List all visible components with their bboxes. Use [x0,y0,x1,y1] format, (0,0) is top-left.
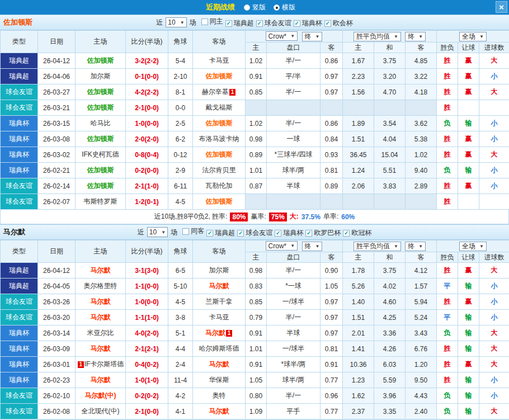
scope-dropdown-cell: 全场▼ [437,31,509,43]
filter-checkbox[interactable]: ✓瑞典超 [206,228,235,238]
scope-select[interactable]: 全场▼ [459,32,487,41]
away-odds: 1.05 [321,279,343,294]
away-odds: 0.86 [321,53,343,69]
let-rate-badge: 75% [269,213,287,221]
match-row: 瑞典杯26-03-02IFK史柯瓦德0-8(0-4)0-12佐加顿斯0.89*三… [1,147,509,163]
avg-away: 6.76 [406,341,437,357]
radio-vertical-label: 竖版 [252,3,266,12]
col-corner: 角球 [168,31,193,53]
filter-checkbox[interactable]: ✓欧罗巴杯 [305,228,341,238]
home-team: 马尔默(中) [76,388,126,404]
team-label: 瓦勒伦加 [206,182,233,190]
odds-company-select[interactable]: Crow*▼ [266,31,298,41]
goals-result [479,100,509,116]
filter-checkbox-label: 球会友谊 [265,18,291,28]
filter-checkbox[interactable]: 同客 [182,226,204,236]
radio-horizontal-layout[interactable]: 横版 [274,3,295,12]
match-date: 26-03-26 [38,294,76,310]
titlebar: 近期战绩 竖版 横版 × [0,0,509,15]
team-label: 哈尔姆斯塔德 [199,345,239,352]
col-handicap: 盘口 [267,43,321,53]
away-team: 布洛马波卡纳 [193,131,246,147]
match-date: 26-03-20 [38,310,76,325]
filter-checkbox[interactable]: ✓球会友谊 [256,18,291,28]
col-handicap: 盘口 [267,252,321,263]
avg-state-select[interactable]: 终▼ [405,242,426,251]
filter-checkbox[interactable]: ✓瑞典超 [225,18,254,28]
avg-home: 2.37 [343,404,374,419]
avg-away: 5.94 [406,294,437,310]
score: 0-2(0-2) [126,388,168,404]
col-avg-draw: 和 [374,252,406,263]
result-badge: 胜 [437,69,458,84]
team-name: 佐加顿斯 [3,17,32,27]
team-label: 马尔默 [209,282,229,290]
filter-checkbox[interactable]: ✓欧冠杯 [343,228,371,238]
close-button[interactable]: × [496,1,507,13]
radio-vertical-layout[interactable]: 竖版 [244,3,266,12]
col-avg-home: 主 [343,252,374,263]
avg-away: 2.40 [406,404,437,419]
avg-home: 5.26 [343,279,374,294]
corner-count: 6-2 [168,131,193,147]
score: 2-1(2-1) [126,341,168,357]
filter-checkbox[interactable]: ✓瑞典杯 [294,18,322,28]
match-row: 球会友谊26-03-21佐加顿斯2-1(0-0)0-0戴戈福斯胜 [1,100,509,116]
home-team: 佐加顿斯 [76,84,126,100]
avg-home: 1.23 [343,372,374,388]
goals-result [479,194,509,210]
team-label: 佐加顿斯 [206,72,233,80]
score: 2-1(0-0) [126,100,168,116]
home-odds: 1.02 [246,116,267,131]
team-label: 米亚尔比 [87,329,114,337]
match-row: 瑞典杯26-03-15哈马比1-0(0-0)2-5佐加顿斯1.02半/一0.86… [1,116,509,131]
match-row: 瑞典杯26-03-011IF卡尔斯塔德0-4(0-2)2-4马尔默0.91*球半… [1,357,509,372]
filter-checkbox[interactable]: ✓欧会杯 [324,18,353,28]
corner-count: 6-11 [168,178,193,194]
handicap-result: 输 [458,116,479,131]
away-team: 马尔默1 [193,325,246,341]
filter-checkbox[interactable]: ✓瑞典杯 [275,228,303,238]
corner-count: 11-4 [168,372,193,388]
result-badge: 胜 [437,357,458,372]
checkbox-unchecked-icon [201,18,208,25]
home-odds: 0.85 [246,294,267,310]
away-odds: 0.93 [321,147,343,163]
match-count-select[interactable]: 10 ▼ [147,227,168,237]
match-count-select[interactable]: 10 ▼ [166,17,186,27]
odds-state-select[interactable]: 终▼ [302,242,323,251]
scope-select[interactable]: 全场▼ [459,242,487,251]
team-label: 马尔默 [91,376,111,384]
result-badge: 胜 [437,194,458,210]
result-badge: 胜 [437,53,458,69]
avg-draw: 3.75 [374,53,406,69]
league-badge: 瑞典杯 [1,325,38,341]
odds-company-select[interactable]: Crow*▼ [266,241,298,251]
home-team: 佐加顿斯 [76,178,126,194]
avg-draw: 4.04 [374,131,406,147]
corner-count: 0-0 [168,100,193,116]
avg-draw: 4.25 [374,310,406,325]
avg-state-select[interactable]: 终▼ [405,32,426,41]
home-odds: 0.89 [246,147,267,163]
filter-checkbox[interactable]: 同主 [201,17,223,26]
home-odds: 1.09 [246,404,267,419]
col-avg-away: 客 [406,43,437,53]
result-badge: 胜 [437,263,458,279]
avg-draw: 15.04 [374,147,406,163]
recent-record-panel: 近期战绩 竖版 横版 × 佐加顿斯 近 10 ▼ 场 同主✓瑞典超✓球会友谊✓瑞… [0,0,509,420]
match-row: 球会友谊26-02-14佐加顿斯2-1(1-0)6-11瓦勒伦加0.87半球0.… [1,178,509,194]
corner-count: 2-4 [168,357,193,372]
avg-type-select[interactable]: 胜平负均值▼ [354,32,401,41]
big-rate-label: 大: [290,212,299,221]
away-odds: 0.84 [321,131,343,147]
league-badge: 瑞典杯 [1,116,38,131]
handicap: 球半/两 [267,372,321,388]
goals-result: 大 [479,341,509,357]
avg-type-select[interactable]: 胜平负均值▼ [354,242,401,251]
odds-state-select[interactable]: 终▼ [302,32,323,41]
filter-checkbox-label: 球会友谊 [246,228,272,238]
away-odds: 0.77 [321,404,343,419]
checkbox-checked-icon: ✓ [225,20,232,27]
filter-checkbox[interactable]: ✓球会友谊 [237,228,272,238]
